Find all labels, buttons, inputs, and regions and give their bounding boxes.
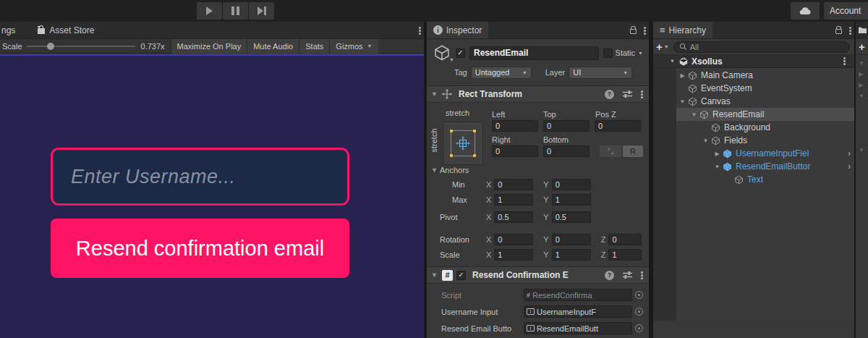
chevron-right-icon[interactable]: ▶ xyxy=(678,72,687,79)
lock-icon[interactable] xyxy=(630,29,637,34)
scale-slider-handle[interactable] xyxy=(47,43,54,50)
prefab-open-chevron-icon[interactable]: › xyxy=(848,148,851,159)
anchors-foldout-icon[interactable]: ▼ xyxy=(431,166,438,174)
anchor-min-y-field[interactable]: 0 xyxy=(552,179,591,190)
static-dropdown-icon[interactable]: ▼ xyxy=(638,51,643,56)
tab-asset-store[interactable]: Asset Store xyxy=(30,22,101,38)
scale-y-field[interactable]: 1 xyxy=(552,249,591,261)
create-object-button[interactable]: + ▼ xyxy=(656,41,669,53)
scale-x-field[interactable]: 1 xyxy=(494,249,533,261)
scene-menu-icon[interactable] xyxy=(843,57,846,59)
object-picker-icon[interactable] xyxy=(635,308,643,316)
script-component-header[interactable]: ▼ # ✓ Resend Confirmation E ? xyxy=(427,266,649,284)
chevron-down-icon[interactable]: ▼ xyxy=(701,138,710,144)
object-picker-icon[interactable] xyxy=(635,291,643,299)
static-checkbox[interactable] xyxy=(603,48,613,58)
script-object-field[interactable]: # ResendConfirma xyxy=(524,289,632,301)
hierarchy-search-input[interactable]: All xyxy=(673,41,850,53)
hierarchy-item-label: Fields xyxy=(724,135,747,145)
hierarchy-row-resendemailbuttor[interactable]: ▼ResendEmailButtor› xyxy=(676,160,854,173)
rect-posz-field[interactable]: 0 xyxy=(595,120,641,132)
rect-left-field[interactable]: 0 xyxy=(492,120,538,132)
hierarchy-row-resendemail[interactable]: ▼ResendEmail xyxy=(676,108,854,121)
blueprint-mode-button[interactable]: ⌜⌟ xyxy=(600,145,621,157)
active-checkbox[interactable]: ✓ xyxy=(456,48,465,58)
search-icon xyxy=(679,43,687,51)
resend-email-button-label: Resend confirmation email xyxy=(76,237,324,261)
gizmos-dropdown[interactable]: Gizmos▼ xyxy=(329,39,378,54)
component-enabled-checkbox[interactable]: ✓ xyxy=(456,271,466,280)
resend-email-button[interactable]: Resend confirmation email xyxy=(51,219,349,278)
stats-button[interactable]: Stats xyxy=(299,39,329,54)
hierarchy-row-fields[interactable]: ▼Fields xyxy=(676,134,854,147)
rotation-x-field[interactable]: 0 xyxy=(494,234,533,245)
game-menu-icon[interactable] xyxy=(419,27,421,29)
hierarchy-row-text[interactable]: Text xyxy=(676,173,854,186)
hierarchy-item-label: Background xyxy=(724,122,770,132)
rect-right-field[interactable]: 0 xyxy=(492,145,538,157)
chevron-down-icon[interactable]: ▼ xyxy=(689,111,699,118)
username-object-field[interactable]: I UsernameInputF xyxy=(524,305,632,318)
presets-icon[interactable] xyxy=(623,271,632,279)
anchor-stretch-label-side: stretch xyxy=(430,128,438,152)
inspector-menu-icon[interactable] xyxy=(644,27,646,29)
tab-truncated-settings[interactable]: ngs xyxy=(0,22,22,38)
hierarchy-row-eventsystem[interactable]: EventSystem xyxy=(676,82,854,95)
tag-dropdown[interactable]: Untagged▼ xyxy=(471,67,532,79)
maximize-on-play-button[interactable]: Maximize On Play xyxy=(171,39,247,54)
hierarchy-row-canvas[interactable]: ▼Canvas xyxy=(676,95,854,108)
rotation-y-field[interactable]: 0 xyxy=(552,234,591,245)
hierarchy-row-usernameinputfiel[interactable]: ▶UsernameInputFiel› xyxy=(676,147,854,160)
scene-row[interactable]: ▼ Xsollus xyxy=(653,55,854,68)
presets-icon[interactable] xyxy=(623,90,632,98)
anchor-min-x-field[interactable]: 0 xyxy=(494,179,533,190)
account-button[interactable]: Account xyxy=(824,2,868,20)
username-input-field[interactable]: Enter Username... xyxy=(51,148,349,206)
chevron-right-icon[interactable]: ▶ xyxy=(712,151,722,157)
gameobject-cube-icon[interactable]: ▼ xyxy=(433,43,451,62)
rotation-z-field[interactable]: 0 xyxy=(608,234,642,245)
resend-button-object-field[interactable]: I ResendEmailButt xyxy=(524,322,632,334)
chevron-down-icon[interactable]: ▼ xyxy=(678,98,687,105)
rect-transform-header[interactable]: ▼ Rect Transform ? xyxy=(427,85,649,103)
pivot-x-field[interactable]: 0.5 xyxy=(494,211,533,223)
foldout-arrow-icon[interactable]: ▼ xyxy=(431,271,438,279)
chevron-down-icon: ▼ xyxy=(449,57,454,62)
prefab-open-chevron-icon[interactable]: › xyxy=(848,161,851,172)
cube-icon xyxy=(687,96,698,107)
lock-icon[interactable] xyxy=(835,29,842,34)
mute-audio-button[interactable]: Mute Audio xyxy=(247,39,299,54)
component-menu-icon[interactable] xyxy=(641,271,643,274)
project-create-button[interactable]: + xyxy=(859,41,865,53)
script-field-label: Script xyxy=(441,291,524,300)
tab-hierarchy[interactable]: ≡ Hierarchy xyxy=(653,22,712,38)
gameobject-name-field[interactable]: ResendEmail xyxy=(469,46,599,60)
help-icon[interactable]: ? xyxy=(605,90,614,99)
hierarchy-row-background[interactable]: Background xyxy=(676,121,854,134)
rect-top-field[interactable]: 0 xyxy=(543,120,590,132)
pause-button[interactable] xyxy=(223,2,248,20)
component-menu-icon[interactable] xyxy=(641,90,643,93)
username-placeholder: Enter Username... xyxy=(71,166,236,188)
step-button[interactable] xyxy=(249,2,274,20)
pivot-y-field[interactable]: 0.5 xyxy=(552,211,591,223)
play-button[interactable] xyxy=(197,2,222,20)
scene-foldout-icon[interactable]: ▼ xyxy=(668,58,677,64)
anchor-max-y-field[interactable]: 1 xyxy=(552,194,591,206)
cloud-services-button[interactable] xyxy=(791,2,820,20)
layer-dropdown[interactable]: UI▼ xyxy=(569,67,632,79)
hierarchy-menu-icon[interactable] xyxy=(849,27,851,29)
hierarchy-row-main-camera[interactable]: ▶Main Camera xyxy=(676,69,854,82)
anchor-max-x-field[interactable]: 1 xyxy=(494,194,533,206)
tab-inspector[interactable]: i Inspector xyxy=(427,22,488,38)
object-picker-icon[interactable] xyxy=(635,324,643,332)
scale-z-field[interactable]: 1 xyxy=(608,249,642,261)
raw-edit-button[interactable]: R xyxy=(623,145,643,157)
scale-slider[interactable] xyxy=(27,46,135,47)
rect-bottom-field[interactable]: 0 xyxy=(543,145,590,157)
anchor-preset-widget[interactable] xyxy=(443,122,483,165)
info-icon: i xyxy=(433,25,443,35)
chevron-down-icon[interactable]: ▼ xyxy=(712,164,722,170)
help-icon[interactable]: ? xyxy=(605,271,614,280)
foldout-arrow-icon[interactable]: ▼ xyxy=(431,90,438,98)
